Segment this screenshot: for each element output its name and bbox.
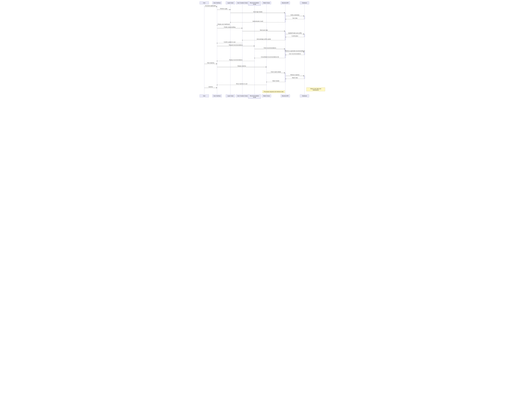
message-label: Perform Login — [220, 8, 227, 9]
arrowhead-icon — [254, 46, 255, 47]
message-label: Display recommendations — [229, 59, 243, 60]
participant-ui: User Interface — [212, 94, 222, 97]
arrowhead-icon — [284, 73, 285, 73]
arrowhead-icon — [216, 6, 217, 7]
message-label: User data — [292, 18, 298, 19]
message-label: Match data — [292, 77, 298, 78]
arrowhead-icon — [284, 48, 285, 49]
message-arrow — [286, 76, 304, 76]
participant-match: Match Script — [262, 94, 271, 97]
message-label: Authentication result — [253, 21, 263, 22]
participant-api: Backend API — [281, 94, 290, 97]
message-label: Verify credentials — [291, 14, 299, 16]
message-arrow — [217, 85, 266, 85]
participant-reco: Recommendation Script — [248, 94, 261, 99]
participant-match: Match Script — [262, 1, 271, 4]
message-arrow — [230, 22, 285, 22]
arrowhead-icon — [242, 28, 243, 28]
message-label: Confirmation — [291, 35, 298, 37]
activation-api — [285, 73, 286, 82]
arrowhead-icon — [303, 16, 304, 16]
arrowhead-icon — [303, 34, 304, 34]
message-arrow — [266, 73, 285, 73]
participant-user: User — [200, 1, 209, 4]
lifeline-reco — [254, 4, 255, 96]
participant-api: Backend API — [281, 1, 290, 4]
message-label: Retrieve matches — [291, 74, 300, 75]
activation-api — [285, 31, 286, 40]
arrowhead-icon — [284, 31, 285, 31]
message-label: Consolidated recommendations list — [261, 56, 279, 57]
participant-creation: User Creation Script — [236, 1, 249, 4]
message-label: Request recommendations — [229, 44, 243, 46]
arrowhead-icon — [303, 51, 304, 52]
activation-db — [304, 16, 305, 19]
message-label: Profile creation/editing — [224, 27, 235, 28]
message-label: Fetch match details — [271, 71, 281, 73]
activation-db — [304, 52, 305, 55]
lifeline-ui — [217, 4, 217, 96]
lifeline-match — [266, 4, 267, 96]
message-arrow — [286, 79, 304, 79]
note: Stores user data and interactions — [306, 87, 325, 91]
message-label: Send login details — [253, 11, 262, 12]
message-label: Accesses application — [205, 5, 216, 6]
message-arrow — [286, 19, 304, 19]
arrowhead-icon — [284, 12, 285, 13]
arrowhead-icon — [230, 9, 230, 10]
participant-db: Database — [300, 94, 309, 97]
participant-db: Database — [300, 1, 309, 4]
message-arrow — [204, 64, 217, 64]
lifeline-creation — [242, 4, 243, 96]
message-label: Send user data — [260, 29, 268, 31]
participant-user: User — [200, 94, 209, 97]
arrowhead-icon — [216, 87, 217, 88]
message-arrow — [286, 55, 304, 55]
activation-db — [304, 76, 305, 79]
note: Processes requests and retrieves data — [262, 90, 285, 93]
message-arrow — [217, 61, 254, 61]
participant-login: Login Script — [226, 1, 235, 4]
arrowhead-icon — [266, 66, 267, 67]
participant-reco: Recommendation Script — [248, 1, 261, 6]
message-label: Acknowledge profile update — [257, 38, 271, 40]
message-label: User recommendations — [289, 53, 301, 54]
participant-ui: User Interface — [212, 1, 222, 4]
message-label: Confirm update to user — [224, 41, 236, 43]
activation-api — [285, 13, 286, 22]
message-arrow — [217, 67, 266, 67]
message-arrow — [266, 82, 285, 82]
activation-db — [304, 34, 305, 37]
arrowhead-icon — [216, 63, 217, 64]
participant-creation: User Creation Script — [236, 94, 249, 97]
arrowhead-icon — [303, 75, 304, 76]
message-label: Display user dashboard — [218, 24, 230, 25]
message-label: Update/Create user profile — [288, 32, 302, 34]
sequence-diagram: UserUser InterfaceLogin ScriptUser Creat… — [191, 0, 334, 101]
message-label: Retrieve or generate recommendations — [285, 50, 305, 51]
message-label: Show matches to user — [236, 83, 247, 84]
message-label: Match details — [272, 80, 279, 82]
message-label: Fetch recommendations — [264, 47, 276, 48]
participant-login: Login Script — [226, 94, 235, 97]
message-label: matches — [208, 86, 213, 87]
message-label: Display matches — [237, 65, 246, 66]
message-label: View matches — [207, 62, 214, 63]
